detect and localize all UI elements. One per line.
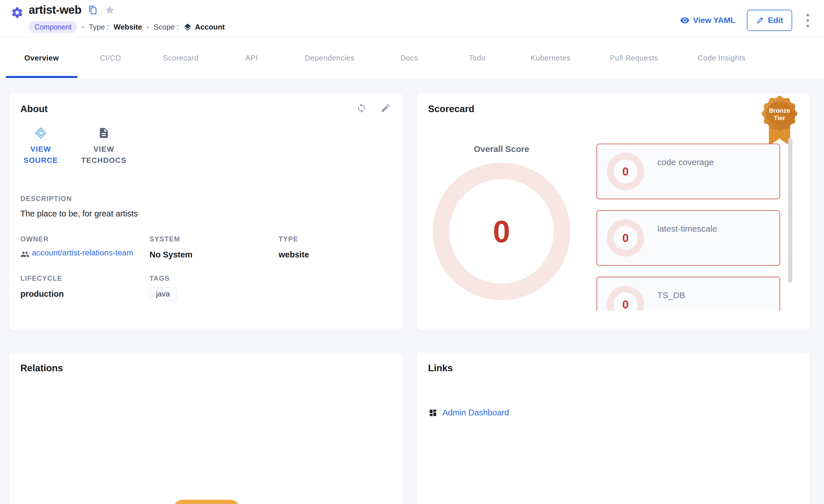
relations-card: Relations xyxy=(9,352,403,504)
tab-kubernetes[interactable]: Kubernetes xyxy=(510,37,591,79)
owner-field: OWNER account/artist-relations-team xyxy=(20,235,149,259)
description-value: The place to be, for great artists xyxy=(20,209,403,219)
tab-docs[interactable]: Docs xyxy=(374,37,444,79)
overview-content: About VIEW SOURCE VIEW TECHDOCS xyxy=(0,79,824,504)
scorecard-check-item[interactable]: 0 code coverage xyxy=(597,144,780,199)
type-label: Type : xyxy=(89,23,109,31)
type-field-value: website xyxy=(279,250,391,259)
scorecard-card: Scorecard Bronze Tier xyxy=(416,93,810,331)
tab-dependencies[interactable]: Dependencies xyxy=(285,37,374,79)
dashboard-icon xyxy=(429,408,437,417)
relations-bottom-button[interactable] xyxy=(174,500,239,504)
pencil-icon xyxy=(756,16,764,24)
link-row: Admin Dashboard xyxy=(429,408,810,417)
favorite-star-icon[interactable] xyxy=(104,5,115,15)
svg-text:Tier: Tier xyxy=(774,114,785,122)
links-card: Links Admin Dashboard xyxy=(416,352,810,504)
tab-api[interactable]: API xyxy=(218,37,285,79)
view-techdocs-label: VIEW TECHDOCS xyxy=(80,144,128,166)
scorecard-card-title: Scorecard xyxy=(428,104,810,114)
view-source-label: VIEW SOURCE xyxy=(22,144,60,166)
view-source-link[interactable]: VIEW SOURCE xyxy=(22,127,60,166)
page-header: artist-web Component Type : Website Scop… xyxy=(0,0,824,37)
check-name: code coverage xyxy=(657,157,714,167)
check-name: latest-timescale xyxy=(657,224,717,234)
system-label: SYSTEM xyxy=(149,235,279,243)
svg-text:Bronze: Bronze xyxy=(769,107,791,114)
tag-chip-java[interactable]: java xyxy=(149,287,177,301)
relations-card-title: Relations xyxy=(20,363,403,374)
owner-link[interactable]: account/artist-relations-team xyxy=(32,247,133,259)
edit-button[interactable]: Edit xyxy=(747,10,792,31)
scope-value: Account xyxy=(195,23,225,31)
scorecard-scrollbar[interactable] xyxy=(788,138,793,283)
tab-ci-cd[interactable]: CI/CD xyxy=(78,37,143,79)
description-label: DESCRIPTION xyxy=(20,195,403,203)
check-score-donut: 0 xyxy=(607,219,644,257)
tab-pull-requests[interactable]: Pull Requests xyxy=(591,37,677,79)
copy-entity-name-icon[interactable] xyxy=(88,5,98,15)
refresh-icon[interactable] xyxy=(356,103,367,113)
system-field: SYSTEM No System xyxy=(149,235,279,259)
check-score-donut: 0 xyxy=(607,286,644,310)
scorecard-checks-list: 0 code coverage 0 latest-timescale 0 TS_… xyxy=(597,144,780,310)
view-yaml-button[interactable]: View YAML xyxy=(680,15,735,25)
view-techdocs-link[interactable]: VIEW TECHDOCS xyxy=(80,127,128,166)
overall-score-value: 0 xyxy=(493,214,510,249)
check-name: TS_DB xyxy=(657,290,685,300)
edit-button-label: Edit xyxy=(768,16,783,25)
overall-score-donut: 0 xyxy=(433,162,571,300)
tags-field: TAGS java xyxy=(149,274,279,301)
techdocs-document-icon xyxy=(98,127,110,139)
eye-icon xyxy=(680,15,690,25)
tab-todo[interactable]: Todo xyxy=(444,37,510,79)
lifecycle-value: production xyxy=(20,289,149,299)
type-field-label: TYPE xyxy=(279,235,391,243)
system-value: No System xyxy=(149,250,279,259)
dot-separator xyxy=(82,26,84,28)
group-icon xyxy=(20,250,29,259)
type-field: TYPE website xyxy=(279,235,391,259)
links-card-title: Links xyxy=(428,363,810,374)
edit-metadata-pencil-icon[interactable] xyxy=(381,103,391,113)
scorecard-check-item[interactable]: 0 latest-timescale xyxy=(597,210,780,266)
scope-label: Scope : xyxy=(153,23,179,31)
scorecard-check-item[interactable]: 0 TS_DB xyxy=(597,277,780,310)
overall-score-label: Overall Score xyxy=(433,144,571,154)
tab-overview[interactable]: Overview xyxy=(6,37,78,79)
component-kind-gear-icon xyxy=(11,6,23,19)
about-card: About VIEW SOURCE VIEW TECHDOCS xyxy=(9,93,403,331)
tags-label: TAGS xyxy=(149,274,279,282)
tab-scorecard[interactable]: Scorecard xyxy=(143,37,218,79)
page-title: artist-web xyxy=(29,3,82,16)
admin-dashboard-link[interactable]: Admin Dashboard xyxy=(442,408,509,417)
about-card-title: About xyxy=(20,104,403,114)
layers-icon xyxy=(183,23,192,31)
owner-label: OWNER xyxy=(20,235,149,243)
entity-kind-chip: Component xyxy=(29,21,77,33)
overall-score-block: Overall Score 0 xyxy=(433,144,571,300)
view-yaml-label: View YAML xyxy=(693,16,735,25)
lifecycle-label: LIFECYCLE xyxy=(20,274,149,282)
more-options-kebab-icon[interactable] xyxy=(804,11,812,29)
tab-code-insights[interactable]: Code Insights xyxy=(677,37,766,79)
lifecycle-field: LIFECYCLE production xyxy=(20,274,149,301)
source-diamond-icon xyxy=(35,127,47,139)
entity-tabbar: Overview CI/CD Scorecard API Dependencie… xyxy=(0,37,824,79)
dot-separator xyxy=(146,26,149,28)
type-value: Website xyxy=(114,23,142,31)
check-score-donut: 0 xyxy=(607,153,644,190)
